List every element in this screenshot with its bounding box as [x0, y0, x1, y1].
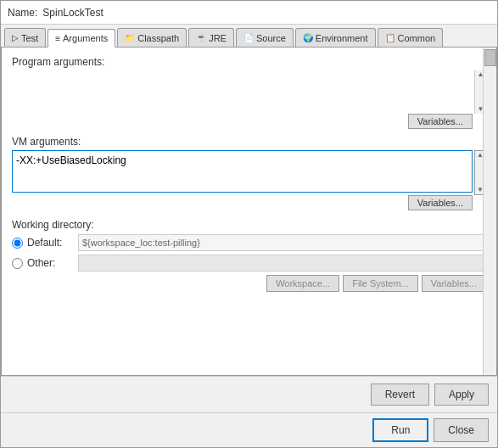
- workspace-button[interactable]: Workspace...: [266, 275, 339, 292]
- tab-jre-label: JRE: [209, 33, 227, 43]
- bottom-buttons-row: Revert Apply: [1, 376, 497, 412]
- program-args-variables-button[interactable]: Variables...: [408, 114, 473, 129]
- tab-environment-label: Environment: [316, 33, 368, 43]
- vm-args-variables-row: Variables...: [12, 195, 473, 210]
- tab-test[interactable]: ▷ Test: [4, 28, 46, 47]
- tab-bar: ▷ Test ≡ Arguments 📁 Classpath ☕ JRE 📄 S…: [1, 25, 497, 48]
- arguments-icon: ≡: [55, 34, 60, 43]
- program-args-variables-row: Variables...: [12, 114, 473, 129]
- other-radio[interactable]: [12, 258, 23, 269]
- tab-arguments[interactable]: ≡ Arguments: [48, 29, 115, 48]
- tab-classpath-label: Classpath: [137, 33, 179, 43]
- program-args-label: Program arguments:: [12, 56, 486, 68]
- test-icon: ▷: [12, 33, 19, 42]
- vm-args-section: VM arguments: -XX:+UseBiasedLocking ▲ ▼ …: [12, 136, 486, 210]
- default-label: Default:: [27, 237, 74, 249]
- classpath-icon: 📁: [125, 33, 135, 42]
- dialog: Name: SpinLockTest ▷ Test ≡ Arguments 📁 …: [0, 0, 498, 448]
- tab-common-label: Common: [398, 33, 436, 43]
- name-value: SpinLockTest: [42, 7, 103, 19]
- tab-common[interactable]: 📋 Common: [378, 28, 444, 47]
- other-dir-input[interactable]: [78, 255, 486, 272]
- tab-jre[interactable]: ☕ JRE: [188, 28, 234, 47]
- default-radio[interactable]: [12, 238, 23, 249]
- name-label: Name:: [8, 7, 37, 19]
- vm-args-input[interactable]: -XX:+UseBiasedLocking: [12, 150, 473, 193]
- default-radio-row: Default:: [12, 234, 486, 251]
- close-button[interactable]: Close: [434, 418, 489, 442]
- working-dir-label: Working directory:: [12, 219, 486, 231]
- program-args-section: Program arguments: ▲ ▼ Variables...: [12, 56, 486, 129]
- scrollbar-thumb[interactable]: [484, 49, 496, 66]
- source-icon: 📄: [243, 33, 254, 42]
- other-radio-row: Other:: [12, 255, 486, 272]
- tab-test-label: Test: [21, 33, 38, 43]
- common-icon: 📋: [385, 33, 395, 42]
- footer-row: Run Close: [1, 412, 497, 447]
- dir-buttons-row: Workspace... File System... Variables...: [12, 275, 486, 292]
- tab-environment[interactable]: 🌍 Environment: [295, 28, 376, 47]
- content-scrollbar[interactable]: [483, 48, 496, 375]
- program-args-wrapper: ▲ ▼: [12, 70, 486, 114]
- content-area: Program arguments: ▲ ▼ Variables... VM a…: [1, 48, 497, 376]
- tab-classpath[interactable]: 📁 Classpath: [117, 28, 187, 47]
- tab-source-label: Source: [256, 33, 286, 43]
- other-label: Other:: [27, 257, 74, 269]
- environment-icon: 🌍: [303, 33, 313, 42]
- working-dir-section: Working directory: Default: Other: Works…: [12, 219, 486, 292]
- title-bar: Name: SpinLockTest: [1, 1, 497, 25]
- apply-button[interactable]: Apply: [434, 384, 489, 406]
- vm-args-variables-button[interactable]: Variables...: [408, 195, 473, 210]
- jre-icon: ☕: [196, 33, 206, 42]
- revert-button[interactable]: Revert: [371, 384, 429, 406]
- vm-args-wrapper: -XX:+UseBiasedLocking ▲ ▼: [12, 150, 486, 195]
- default-dir-input: [78, 234, 486, 251]
- program-args-input[interactable]: [12, 70, 474, 111]
- file-system-button[interactable]: File System...: [343, 275, 418, 292]
- vm-args-label: VM arguments:: [12, 136, 486, 148]
- run-button[interactable]: Run: [372, 418, 428, 442]
- tab-source[interactable]: 📄 Source: [236, 28, 294, 47]
- tab-arguments-label: Arguments: [63, 33, 108, 43]
- dir-variables-button[interactable]: Variables...: [422, 275, 486, 292]
